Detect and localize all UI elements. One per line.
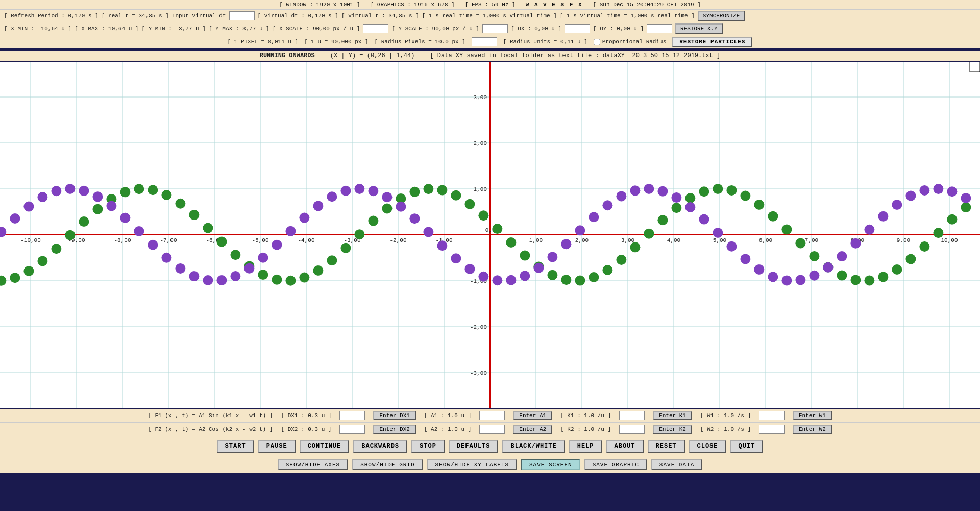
scale-row: [ X MIN : -10,64 u ] [ X MAX : 10,64 u ]…: [0, 22, 980, 35]
radius-units-label: [ Radius-Units = 0,11 u ]: [503, 39, 587, 45]
dx1-label: [ DX1 : 0.3 u ]: [281, 412, 331, 419]
enter-a1-button[interactable]: Enter A1: [513, 411, 552, 420]
virtual-dt-input[interactable]: [229, 11, 255, 20]
main-buttons-row: START PAUSE CONTINUE BACKWARDS STOP DEFA…: [0, 436, 980, 456]
wave-canvas-container: [0, 62, 980, 408]
f2-formula: [ F2 (x , t) = A2 Cos (k2 x - w2 t) ]: [148, 426, 273, 432]
enter-a2-button[interactable]: Enter A2: [513, 425, 552, 434]
enter-w1-button[interactable]: Enter W1: [793, 411, 832, 420]
xscale-input[interactable]: [363, 24, 388, 33]
show-hide-axes-button[interactable]: SHOW/HIDE AXES: [278, 459, 348, 470]
radius-px-input[interactable]: [472, 37, 497, 46]
ymax-label: [ Y MAX : 3,77 u ]: [209, 26, 270, 32]
xy-coords: (X | Y) = (0,26 | 1,44): [330, 52, 415, 59]
synchronize-button[interactable]: SYNCHRONIZE: [698, 11, 745, 21]
enter-dx2-button[interactable]: Enter DX2: [373, 425, 415, 434]
input-virtual-dt-label: Input virtual dt: [172, 13, 226, 19]
xscale-label: [ X SCALE : 90,00 px / u ]: [273, 26, 360, 32]
realtime-1s: [ 1 s real-time = 1,000 s virtual-time ]: [422, 13, 557, 19]
k1-input[interactable]: [619, 411, 645, 420]
refresh-period: [ Refresh Period : 0,170 s ]: [4, 13, 99, 19]
virtual-t: [ virtual t : 34,85 s ]: [341, 13, 419, 19]
save-graphic-button[interactable]: SAVE GRAPHIC: [584, 459, 647, 470]
enter-k2-button[interactable]: Enter K2: [653, 425, 692, 434]
w2-label: [ W2 : 1.0 /s ]: [700, 426, 751, 432]
k1-label: [ K1 : 1.0 /u ]: [560, 412, 611, 419]
graphics-info: [ GRAPHICS : 1916 x 678 ]: [371, 2, 455, 8]
dx2-label: [ DX2 : 0.3 u ]: [281, 426, 331, 432]
reset-button[interactable]: RESET: [648, 440, 685, 453]
real-t: [ real t = 34,85 s ]: [102, 13, 169, 19]
restore-xy-button[interactable]: RESTORE X.Y: [675, 23, 723, 34]
xmax-label: [ X MAX : 10,64 u ]: [75, 26, 138, 32]
info-row-1: [ WINDOW : 980 x 511 ] [ GRAPHICS : 19…: [0, 0, 980, 10]
f1-formula: [ F1 (x , t) = A1 Sin (k1 x - w1 t) ]: [148, 412, 273, 419]
save-data-button[interactable]: SAVE DATA: [651, 459, 702, 470]
timing-row: [ Refresh Period : 0,170 s ] [ real t = …: [0, 10, 980, 22]
quit-button[interactable]: QUIT: [730, 440, 764, 453]
restore-particles-button[interactable]: RESTORE PARTICLES: [672, 37, 752, 47]
a1-input[interactable]: [479, 411, 505, 420]
wave-canvas[interactable]: [0, 62, 980, 408]
oy-label: [ OY : 0,00 u ]: [593, 26, 644, 32]
bottom-controls: [ F1 (x , t) = A1 Sin (k1 x - w1 t) ] [ …: [0, 408, 980, 473]
start-button[interactable]: START: [217, 440, 254, 453]
data-saved-info: [ Data XY saved in local folder as text …: [430, 52, 720, 59]
defaults-button[interactable]: DEFAULTS: [449, 440, 499, 453]
ymin-label: [ Y MIN : -3,77 u ]: [141, 26, 205, 32]
yscale-input[interactable]: [482, 24, 508, 33]
enter-dx1-button[interactable]: Enter DX1: [373, 411, 415, 420]
w1-input[interactable]: [759, 411, 785, 420]
show-hide-xy-button[interactable]: SHOW/HIDE XY LABELS: [427, 459, 517, 470]
continue-button[interactable]: CONTINUE: [300, 440, 350, 453]
xmin-label: [ X MIN : -10,64 u ]: [4, 26, 71, 32]
ox-label: [ OX : 0,00 u ]: [511, 26, 561, 32]
pixel-label: [ 1 PIXEL = 0,011 u ]: [228, 39, 299, 45]
sub-buttons-row: SHOW/HIDE AXES SHOW/HIDE GRID SHOW/HIDE …: [0, 456, 980, 473]
date-info: [ Sun Dec 15 20:04:29 CET 2019 ]: [593, 2, 701, 8]
a2-label: [ A2 : 1.0 u ]: [424, 426, 471, 432]
fps-info: [ FPS : 59 Hz ]: [465, 2, 516, 8]
stop-button[interactable]: STOP: [411, 440, 445, 453]
about-button[interactable]: ABOUT: [606, 440, 644, 453]
pause-button[interactable]: PAUSE: [258, 440, 296, 453]
waves-fx-title: W A V E S F X: [526, 2, 583, 8]
proportional-radius-checkbox[interactable]: [594, 39, 600, 45]
proportional-radius-container: Proportional Radius: [594, 39, 666, 45]
k2-label: [ K2 : 1.0 /u ]: [560, 426, 611, 432]
a2-input[interactable]: [479, 425, 505, 434]
oy-input[interactable]: [647, 24, 672, 33]
dx1-input[interactable]: [339, 411, 365, 420]
virtual-dt: [ virtual dt : 0,170 s ]: [258, 13, 338, 19]
black-white-button[interactable]: BLACK/WHITE: [502, 440, 565, 453]
backwards-button[interactable]: BACKWARDS: [353, 440, 407, 453]
enter-k1-button[interactable]: Enter K1: [653, 411, 692, 420]
ox-input[interactable]: [565, 24, 590, 33]
a1-label: [ A1 : 1.0 u ]: [424, 412, 471, 419]
proportional-radius-label: Proportional Radius: [602, 39, 666, 45]
dx2-input[interactable]: [339, 425, 365, 434]
enter-w2-button[interactable]: Enter W2: [793, 425, 832, 434]
window-info: [ WINDOW : 980 x 511 ]: [279, 2, 360, 8]
w2-input[interactable]: [759, 425, 785, 434]
radius-px-label: [ Radius-Pixels = 10.0 px ]: [375, 39, 465, 45]
formula-row-1: [ F1 (x , t) = A1 Sin (k1 x - w1 t) ] [ …: [0, 409, 980, 423]
formula-row-2: [ F2 (x , t) = A2 Cos (k2 x - w2 t) ] [ …: [0, 423, 980, 436]
pixel-row: [ 1 PIXEL = 0,011 u ] [ 1 u = 90,000 px …: [0, 35, 980, 50]
yscale-label: [ Y SCALE : 90,00 px / u ]: [391, 26, 479, 32]
status-row: RUNNING ONWARDS (X | Y) = (0,26 | 1,44) …: [0, 51, 980, 62]
unit-label: [ 1 u = 90,000 px ]: [304, 39, 368, 45]
show-hide-grid-button[interactable]: SHOW/HIDE GRID: [352, 459, 423, 470]
running-status: RUNNING ONWARDS: [260, 52, 315, 59]
k2-input[interactable]: [619, 425, 645, 434]
close-button[interactable]: CLOSE: [689, 440, 726, 453]
virtualtime-1s: [ 1 s virtual-time = 1,000 s real-time ]: [560, 13, 695, 19]
help-button[interactable]: HELP: [569, 440, 602, 453]
save-screen-button[interactable]: SAVE SCREEN: [521, 459, 580, 470]
w1-label: [ W1 : 1.0 /s ]: [700, 412, 751, 419]
